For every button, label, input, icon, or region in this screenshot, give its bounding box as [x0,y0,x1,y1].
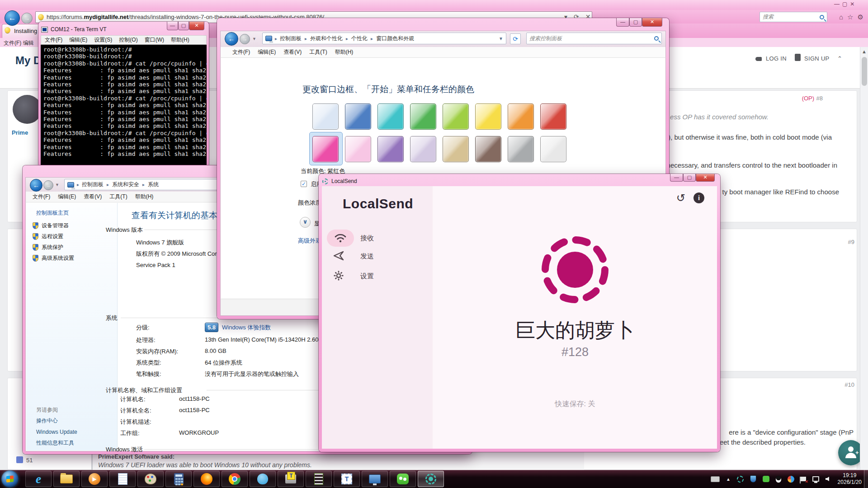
colorwin-close-button[interactable]: ✕ [642,18,662,27]
taskbar-chrome[interactable] [222,471,248,487]
tray-wechat-icon[interactable] [763,476,769,482]
breadcrumb-dropdown-icon[interactable]: ▼ [499,36,503,41]
menu-item[interactable]: 设置(S) [94,36,112,44]
post-author-name[interactable]: Prime [12,129,38,136]
send-icon[interactable] [333,250,344,261]
colorwin-minimize-button[interactable]: — [616,18,629,27]
control-panel-search[interactable]: 搜索控制面板 [526,33,662,44]
avatar[interactable] [13,95,42,124]
browser-maximize-icon[interactable]: ▢ [842,1,847,7]
colorwin-maximize-button[interactable]: ▢ [629,18,642,27]
scrollbar-up-icon[interactable]: ▲ [862,49,867,54]
menu-item[interactable]: 文件(F) [232,48,250,56]
color-swatch[interactable] [475,136,501,162]
color-swatch[interactable] [410,136,436,162]
taskbar-internet-explorer[interactable]: e [25,471,52,487]
nav-send-label[interactable]: 发送 [360,252,374,261]
menu-item[interactable]: 帮助(H) [135,193,154,201]
sidebar-control-panel-home[interactable]: 控制面板主页 [36,209,69,217]
browser-search-box[interactable]: 搜索 [760,12,827,22]
system-forward-button[interactable]: → [43,180,53,190]
colorwin-breadcrumb[interactable]: ▸ 控制面板外观和个性化个性化窗口颜色和外观 ▼ [262,33,506,44]
color-swatch[interactable] [345,103,371,130]
teraterm-close-button[interactable]: ✕ [189,22,204,30]
localsend-maximize-button[interactable]: ▢ [683,174,696,182]
refresh-button[interactable]: ⟳ [510,33,521,44]
browser-minimize-icon[interactable]: — [834,1,840,7]
menu-item[interactable]: 编辑(E) [69,36,87,44]
home-icon[interactable]: ⌂ [839,13,843,21]
sidebar-task-item[interactable]: 设备管理器 [33,222,74,230]
localsend-minimize-button[interactable]: — [670,174,683,182]
quicksave-status[interactable]: 快速保存: 关 [433,399,717,409]
menu-item[interactable]: 窗口(W) [145,36,164,44]
collapse-chevron-icon[interactable]: ⌃ [837,55,842,62]
scrollbar-thumb[interactable] [862,57,867,86]
menu-item[interactable]: 文件(F) [33,193,50,201]
history-dropdown-icon[interactable]: ▼ [55,183,59,187]
color-swatch[interactable] [443,136,469,162]
colorwin-back-button[interactable]: ← [225,32,238,46]
color-swatch[interactable] [377,136,404,162]
teraterm-window[interactable]: COM12 - Tera Term VT — ▢ ✕ 文件(F)编辑(E)设置(… [38,22,209,167]
taskbar-tim[interactable]: T [334,471,360,487]
color-swatch[interactable] [312,136,339,162]
taskbar-qq[interactable] [250,471,276,487]
taskbar-notepad[interactable] [109,471,136,487]
localsend-close-button[interactable]: ✕ [696,174,715,182]
login-button[interactable]: LOG IN [766,55,787,62]
sidebar-task-item[interactable]: 远程设置 [33,233,74,240]
menu-item[interactable]: 编辑(E) [258,48,276,56]
browser-forward-button[interactable]: → [21,13,33,24]
breadcrumb-item[interactable]: 系统 [148,181,159,188]
taskbar-media-player[interactable]: ▶ [81,471,108,487]
show-desktop-button[interactable] [864,470,868,488]
history-icon[interactable]: ↺ [676,192,685,204]
browser-back-button[interactable]: ← [5,10,20,26]
see-also-link[interactable]: 操作中心 [36,417,77,425]
browser-titlebar[interactable] [0,0,868,10]
start-button[interactable] [1,470,19,488]
taskbar-paint[interactable] [137,471,164,487]
color-swatch[interactable] [410,103,436,130]
menu-item[interactable]: 帮助(H) [171,36,189,44]
taskbar-firefox[interactable] [193,471,220,487]
breadcrumb-item[interactable]: 外观和个性化 [310,35,351,42]
menu-item[interactable]: 工具(T) [309,48,327,56]
taskbar-tera-term[interactable] [278,471,304,487]
sidebar-task-item[interactable]: 高级系统设置 [33,254,74,262]
taskbar-wechat[interactable] [390,471,416,487]
color-swatch[interactable] [540,136,566,162]
breadcrumb-item[interactable]: 控制面板 [82,181,112,188]
tray-volume-icon[interactable] [826,477,829,481]
menu-item[interactable]: 查看(V) [283,48,302,56]
taskbar-notepad-plus-plus[interactable] [306,471,332,487]
experience-index-link[interactable]: Windows 体验指数 [222,324,271,332]
localsend-titlebar[interactable]: LocalSend [322,176,717,186]
browser-close-icon[interactable]: ✕ [850,1,854,7]
nav-receive-label[interactable]: 接收 [360,234,374,243]
post-number[interactable]: #8 [816,95,823,102]
breadcrumb-item[interactable]: 系统和安全 [112,181,148,188]
taskbar-clock[interactable]: 19:19 2026/1/20 [838,472,862,486]
breadcrumb-item[interactable]: 窗口颜色和外观 [376,35,414,42]
tray-show-hidden-icon[interactable]: ▲ [726,477,731,482]
search-icon[interactable] [654,36,659,41]
taskbar-calculator[interactable] [165,471,192,487]
taskbar-display-settings[interactable] [362,471,388,487]
menu-item[interactable]: 工具(T) [109,193,127,201]
sidebar-task-item[interactable]: 系统保护 [33,244,74,251]
teraterm-maximize-button[interactable]: ▢ [178,22,189,30]
page-scrollbar[interactable]: ▲ [860,47,868,470]
menu-item[interactable]: 查看(V) [84,193,102,201]
teraterm-minimize-button[interactable]: — [167,22,178,30]
tray-action-center-icon[interactable] [801,477,806,481]
history-dropdown-icon[interactable]: ▼ [252,37,256,41]
color-mixer-expander[interactable]: ∨ [300,217,311,228]
post10-number[interactable]: #10 [844,381,854,388]
tray-quick-launcher-icon[interactable] [788,476,794,483]
color-swatch[interactable] [345,136,371,162]
colorwin-forward-button[interactable]: → [240,34,250,44]
menu-item[interactable]: 文件(F) [45,36,62,44]
system-back-button[interactable]: ← [30,179,42,192]
